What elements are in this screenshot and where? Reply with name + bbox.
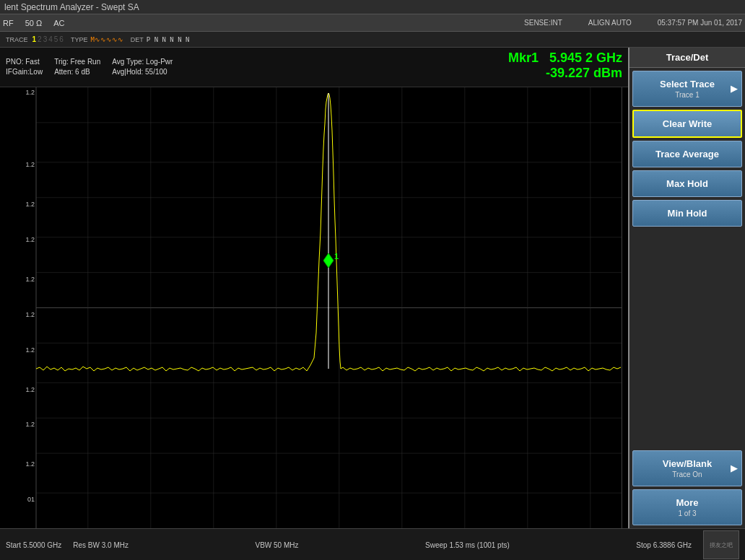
view-blank-sub: Trace On bbox=[636, 471, 739, 478]
menu-ac[interactable]: AC bbox=[53, 19, 64, 27]
avg-hold-text: Avg|Hold: 55/100 bbox=[112, 67, 173, 77]
trace-label: TRACE bbox=[6, 36, 28, 43]
select-trace-sub: Trace 1 bbox=[636, 91, 739, 99]
vbw: VBW 50 MHz bbox=[255, 541, 298, 549]
type-values: M∿∿∿∿∿ bbox=[90, 36, 123, 43]
top-info: PNO: Fast IFGain:Low Trig: Free Run Atte… bbox=[0, 48, 628, 87]
trig-info: Trig: Free Run Atten: 6 dB bbox=[54, 57, 100, 77]
logo-area: 摸友之吧 bbox=[703, 530, 739, 559]
chart-svg: 1.2 1.2 1.2 1.2 1.2 1.2 1.2 1.2 1.2 1.2 … bbox=[0, 87, 628, 528]
trace-3: 3 bbox=[43, 35, 48, 43]
right-panel: Trace/Det Select Trace ▶ Trace 1 Clear W… bbox=[628, 48, 745, 528]
svg-text:1.2: 1.2 bbox=[25, 89, 35, 96]
select-trace-button[interactable]: Select Trace ▶ Trace 1 bbox=[632, 71, 742, 107]
more-label: More bbox=[676, 497, 698, 508]
title-text: lent Spectrum Analyzer - Swept SA bbox=[4, 2, 139, 12]
svg-text:1.2: 1.2 bbox=[25, 276, 35, 283]
min-hold-button[interactable]: Min Hold bbox=[632, 200, 742, 227]
clear-write-label: Clear Write bbox=[663, 118, 712, 129]
menu-impedance[interactable]: 50 Ω bbox=[25, 19, 43, 27]
svg-text:1.2: 1.2 bbox=[25, 386, 35, 393]
det-label: DET bbox=[131, 36, 144, 43]
select-trace-arrow: ▶ bbox=[731, 84, 737, 94]
trace-average-button[interactable]: Trace Average bbox=[632, 141, 742, 167]
sweep: Sweep 1.53 ms (1001 pts) bbox=[425, 541, 510, 549]
view-blank-arrow: ▶ bbox=[731, 463, 737, 473]
title-bar: lent Spectrum Analyzer - Swept SA bbox=[0, 0, 745, 14]
type-label: TYPE bbox=[71, 36, 88, 43]
content-row: PNO: Fast IFGain:Low Trig: Free Run Atte… bbox=[0, 48, 745, 528]
start-freq: Start 5.5000 GHz bbox=[6, 541, 61, 549]
clear-write-button[interactable]: Clear Write bbox=[632, 110, 742, 138]
svg-text:1.2: 1.2 bbox=[25, 201, 35, 208]
more-sub: 1 of 3 bbox=[636, 509, 739, 517]
left-content: PNO: Fast IFGain:Low Trig: Free Run Atte… bbox=[0, 48, 628, 528]
screen: lent Spectrum Analyzer - Swept SA RF 50 … bbox=[0, 0, 745, 560]
marker-display: Mkr1 5.945 2 GHz -39.227 dBm bbox=[508, 51, 622, 81]
right-panel-title: Trace/Det bbox=[629, 48, 745, 68]
align-status: ALIGN AUTO bbox=[588, 19, 632, 27]
marker-amp: -39.227 dBm bbox=[508, 66, 622, 81]
datetime-status: 05:37:57 PM Jun 01, 2017 bbox=[658, 19, 742, 27]
svg-text:1: 1 bbox=[334, 252, 339, 261]
avg-info: Avg Type: Log-Pwr Avg|Hold: 55/100 bbox=[112, 57, 173, 77]
marker-freq: 5.945 2 GHz bbox=[549, 51, 622, 65]
trace-1: 1 bbox=[32, 35, 37, 43]
trace-5: 5 bbox=[54, 35, 58, 43]
select-trace-label: Select Trace bbox=[660, 79, 715, 89]
pno-info: PNO: Fast IFGain:Low bbox=[6, 57, 43, 77]
svg-text:1.2: 1.2 bbox=[25, 346, 35, 354]
trace-4: 4 bbox=[48, 35, 53, 43]
stop-freq: Stop 6.3886 GHz bbox=[636, 541, 692, 549]
trig-text: Trig: Free Run bbox=[54, 57, 100, 67]
chart-area: Ref -11.21 dBm dB/div og bbox=[0, 87, 628, 528]
svg-text:1.2: 1.2 bbox=[25, 460, 35, 468]
more-button[interactable]: More 1 of 3 bbox=[632, 489, 742, 525]
bottom-bar: Start 5.5000 GHz Res BW 3.0 MHz VBW 50 M… bbox=[0, 528, 745, 560]
sense-status: SENSE:INT bbox=[524, 19, 562, 27]
pno-text: PNO: Fast bbox=[6, 57, 43, 67]
trace-6: 6 bbox=[59, 35, 64, 43]
menu-bar: RF 50 Ω AC SENSE:INT ALIGN AUTO 05:37:57… bbox=[0, 14, 745, 32]
atten-text: Atten: 6 dB bbox=[54, 67, 100, 77]
view-blank-button[interactable]: View/Blank ▶ Trace On bbox=[632, 450, 742, 486]
logo-text: 摸友之吧 bbox=[710, 541, 733, 549]
view-blank-label: View/Blank bbox=[663, 458, 712, 469]
svg-text:01: 01 bbox=[27, 496, 35, 503]
marker-label: Mkr1 bbox=[508, 51, 539, 65]
svg-text:1.2: 1.2 bbox=[25, 311, 35, 318]
trace-2: 2 bbox=[38, 35, 42, 43]
res-bw: Res BW 3.0 MHz bbox=[73, 541, 128, 549]
min-hold-label: Min Hold bbox=[668, 208, 707, 219]
max-hold-label: Max Hold bbox=[666, 178, 708, 189]
det-values: P N N N N N bbox=[147, 36, 190, 43]
svg-text:1.2: 1.2 bbox=[25, 236, 35, 243]
menu-rf[interactable]: RF bbox=[3, 19, 14, 27]
max-hold-button[interactable]: Max Hold bbox=[632, 170, 742, 197]
marker-line1: Mkr1 5.945 2 GHz bbox=[508, 51, 622, 66]
avg-type-text: Avg Type: Log-Pwr bbox=[112, 57, 173, 67]
trace-average-label: Trace Average bbox=[655, 149, 719, 159]
ifgain-text: IFGain:Low bbox=[6, 67, 43, 77]
svg-text:1.2: 1.2 bbox=[25, 161, 35, 168]
svg-text:1.2: 1.2 bbox=[25, 421, 35, 428]
